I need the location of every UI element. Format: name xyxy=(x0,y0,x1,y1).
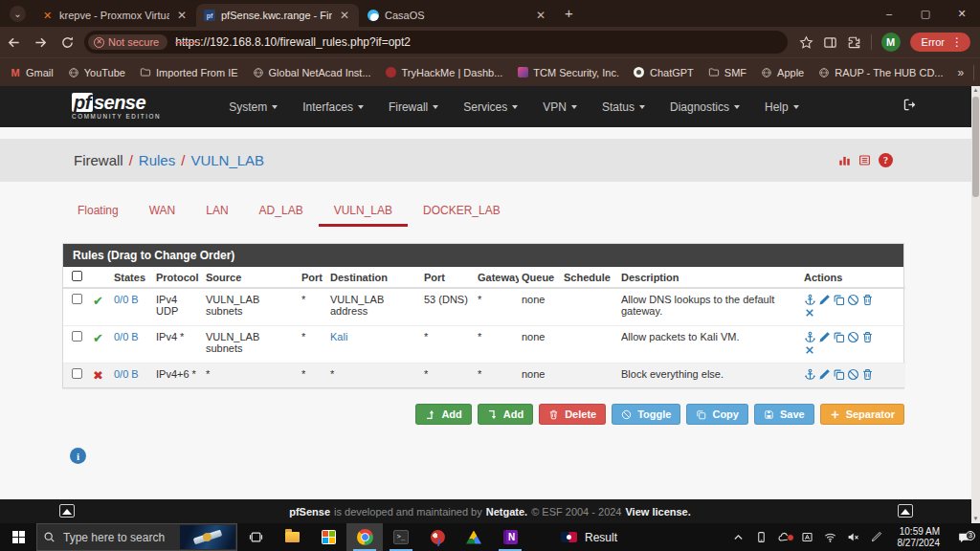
anchor-icon[interactable] xyxy=(804,331,816,343)
toggle-button[interactable]: Toggle xyxy=(612,404,680,425)
new-tab-button[interactable]: + xyxy=(565,5,573,21)
add-rule-top-button[interactable]: Add xyxy=(415,404,471,425)
bookmark-netacad[interactable]: Global NetAcad Inst... xyxy=(253,67,371,78)
bookmark-gmail[interactable]: MGmail xyxy=(10,67,54,78)
device-tray-icon[interactable] xyxy=(750,531,773,543)
input-method-tray-icon[interactable] xyxy=(796,531,819,543)
reload-button[interactable] xyxy=(54,35,80,50)
bookmark-tryhackme[interactable]: TryHackMe | Dashb... xyxy=(386,67,503,78)
security-chip[interactable]: ✕ Not secure xyxy=(88,34,167,50)
satellite-app-button[interactable] xyxy=(419,523,456,551)
delete-x-icon[interactable] xyxy=(804,307,815,319)
scrollbar-thumb[interactable] xyxy=(972,97,979,197)
breadcrumb-interface[interactable]: VULN_LAB xyxy=(190,152,264,168)
start-button[interactable] xyxy=(0,523,36,551)
news-widget[interactable]: Result xyxy=(549,523,629,551)
anchor-icon[interactable] xyxy=(804,368,816,381)
copy-icon[interactable] xyxy=(833,331,845,343)
taskbar-clock[interactable]: 10:59 AM 8/27/2024 xyxy=(888,526,948,549)
bookmark-imported-from-ie[interactable]: Imported From IE xyxy=(140,67,238,78)
tab-lan[interactable]: LAN xyxy=(190,196,243,227)
bookmark-star-icon[interactable] xyxy=(799,35,813,50)
disable-icon[interactable] xyxy=(847,368,859,381)
show-hidden-icons-button[interactable] xyxy=(727,531,750,543)
tab-search-button[interactable]: ⌄ xyxy=(10,6,26,22)
maximize-button[interactable]: ▢ xyxy=(907,8,944,20)
browser-tab-casaos[interactable]: CasaOS ✕ xyxy=(359,4,555,27)
breadcrumb-rules-link[interactable]: Rules xyxy=(139,152,175,168)
nav-interfaces[interactable]: Interfaces xyxy=(290,95,376,120)
separator-button[interactable]: Separator xyxy=(820,404,904,425)
states-link[interactable]: 0/0 B xyxy=(114,294,139,305)
delete-icon[interactable] xyxy=(861,331,874,343)
browser-menu-error-chip[interactable]: Error ⋮ xyxy=(910,33,970,52)
nav-help[interactable]: Help xyxy=(752,95,812,120)
delete-x-icon[interactable] xyxy=(804,344,815,356)
nav-services[interactable]: Services xyxy=(451,95,530,120)
tab-close-icon[interactable]: ✕ xyxy=(338,9,351,22)
help-icon[interactable]: ? xyxy=(879,153,893,167)
forward-button[interactable] xyxy=(27,35,54,50)
browser-tab-proxmox[interactable]: ✕ krepve - Proxmox Virtual Enviro ✕ xyxy=(33,4,196,27)
tab-close-icon[interactable]: ✕ xyxy=(534,9,547,22)
profile-avatar[interactable]: M xyxy=(881,33,901,52)
pen-tray-icon[interactable] xyxy=(865,531,888,543)
nav-diagnostics[interactable]: Diagnostics xyxy=(657,95,752,120)
bookmark-raup[interactable]: RAUP - The HUB CD... xyxy=(818,67,943,78)
tab-ad-lab[interactable]: AD_LAB xyxy=(244,196,319,227)
delete-icon[interactable] xyxy=(861,368,874,381)
close-button[interactable]: ✕ xyxy=(944,8,980,20)
tab-vuln-lab[interactable]: VULN_LAB xyxy=(319,196,408,227)
wifi-tray-icon[interactable] xyxy=(819,531,842,543)
chrome-button[interactable] xyxy=(346,523,383,551)
nav-status[interactable]: Status xyxy=(590,95,657,120)
view-log-icon[interactable] xyxy=(858,154,871,166)
nav-firewall[interactable]: Firewall xyxy=(376,95,451,120)
add-rule-bottom-button[interactable]: Add xyxy=(478,404,533,425)
view-license-link[interactable]: View license. xyxy=(625,506,690,518)
page-scrollbar[interactable]: ▲ ▼ xyxy=(971,86,980,523)
destination-alias-link[interactable]: Kali xyxy=(330,331,347,342)
states-link[interactable]: 0/0 B xyxy=(114,331,139,342)
tab-floating[interactable]: Floating xyxy=(62,196,134,227)
extensions-icon[interactable] xyxy=(847,35,861,50)
logout-icon[interactable] xyxy=(902,98,917,116)
save-button[interactable]: Save xyxy=(754,404,814,425)
row-checkbox[interactable] xyxy=(72,368,82,379)
onenote-button[interactable]: N xyxy=(492,523,528,551)
row-checkbox[interactable] xyxy=(72,294,82,304)
bookmark-chatgpt[interactable]: ChatGPT xyxy=(634,67,694,78)
onedrive-error-tray-icon[interactable] xyxy=(773,531,796,543)
scroll-down-arrow[interactable]: ▼ xyxy=(971,515,980,523)
back-button[interactable] xyxy=(0,35,27,50)
select-all-checkbox[interactable] xyxy=(72,271,82,281)
netgate-link[interactable]: Netgate. xyxy=(486,506,527,518)
bookmarks-overflow-button[interactable]: » xyxy=(958,66,965,79)
tab-close-icon[interactable]: ✕ xyxy=(175,9,189,22)
pfsense-logo[interactable]: pfsense COMMUNITY EDITION xyxy=(72,93,161,120)
minimize-button[interactable]: – xyxy=(871,8,907,19)
terminal-button[interactable]: >_ xyxy=(383,523,419,551)
copy-button[interactable]: Copy xyxy=(686,404,748,425)
tab-docker-lab[interactable]: DOCKER_LAB xyxy=(408,196,516,227)
scroll-up-arrow[interactable]: ▲ xyxy=(971,86,980,95)
anchor-icon[interactable] xyxy=(804,294,816,306)
bookmark-tcm-security[interactable]: TCM Security, Inc. xyxy=(517,67,619,78)
edit-icon[interactable] xyxy=(818,368,831,381)
copy-icon[interactable] xyxy=(833,368,845,381)
bookmark-smf[interactable]: SMF xyxy=(708,67,746,78)
browser-tab-pfsense[interactable]: pf pfSense.kwc.range - Firewall: Ru ✕ xyxy=(196,4,359,27)
tab-wan[interactable]: WAN xyxy=(134,196,191,227)
states-link[interactable]: 0/0 B xyxy=(114,368,139,380)
delete-button[interactable]: Delete xyxy=(539,404,606,425)
nav-system[interactable]: System xyxy=(216,95,290,120)
taskbar-search[interactable]: Type here to search xyxy=(36,523,237,551)
disable-icon[interactable] xyxy=(847,331,859,343)
action-center-button[interactable]: 3 xyxy=(947,531,980,544)
file-explorer-button[interactable] xyxy=(274,523,310,551)
edit-icon[interactable] xyxy=(818,294,831,306)
nav-vpn[interactable]: VPN xyxy=(530,95,590,120)
volume-muted-tray-icon[interactable] xyxy=(842,531,865,543)
bookmark-youtube[interactable]: YouTube xyxy=(68,67,125,78)
status-chart-icon[interactable] xyxy=(838,154,851,166)
